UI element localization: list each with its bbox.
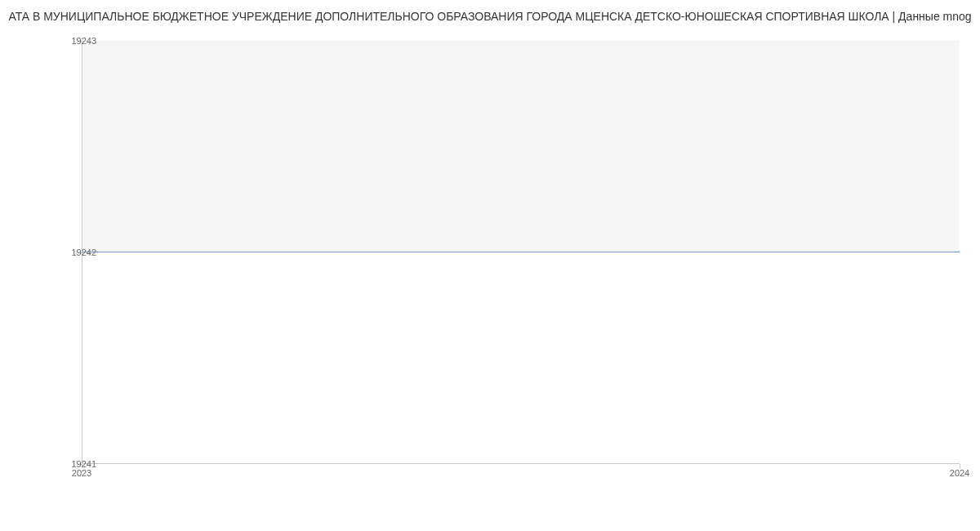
chart-title: АТА В МУНИЦИПАЛЬНОЕ БЮДЖЕТНОЕ УЧРЕЖДЕНИЕ… [0, 10, 980, 23]
chart-plot-area [82, 41, 960, 464]
x-tick-label: 2023 [72, 468, 91, 478]
y-tick-label: 19243 [71, 36, 96, 46]
x-tick-label: 2024 [950, 468, 969, 478]
y-tick-label: 19242 [71, 248, 96, 257]
x-axis-line [82, 463, 960, 464]
plot-alt-band [82, 41, 960, 252]
series-line [82, 252, 960, 252]
